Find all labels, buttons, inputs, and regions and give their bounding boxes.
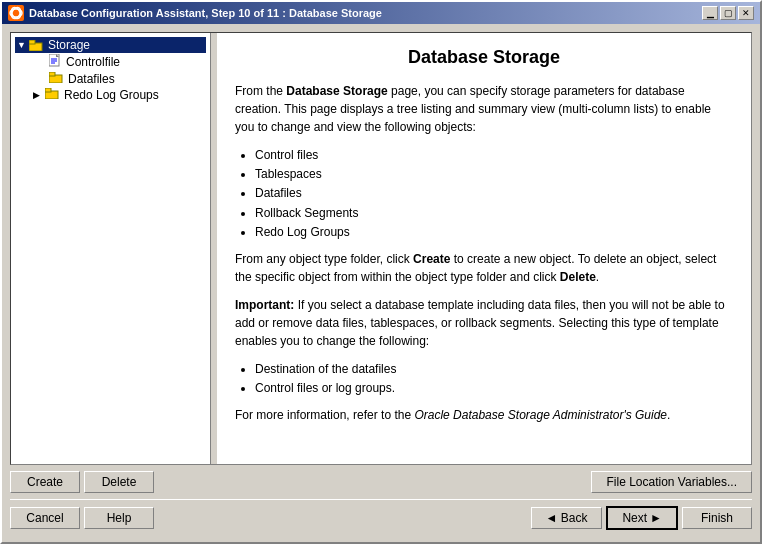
page-title: Database Storage [235, 47, 733, 68]
delete-bold: Delete [560, 270, 596, 284]
bullet-item-2: Destination of the datafiles [255, 360, 733, 379]
bottom-row-2: Cancel Help ◄ Back Next ► Finish [10, 506, 752, 530]
minimize-button[interactable]: ▁ [702, 6, 718, 20]
separator [10, 499, 752, 500]
next-button[interactable]: Next ► [606, 506, 678, 530]
finish-button[interactable]: Finish [682, 507, 752, 529]
left-button-group: Create Delete [10, 471, 154, 493]
content-panel: Database Storage From the Database Stora… [217, 33, 751, 464]
bullet-item-2: Control files or log groups. [255, 379, 733, 398]
svg-rect-4 [29, 40, 35, 44]
important-para: Important: If you select a database temp… [235, 296, 733, 350]
title-controls: ▁ ▢ ✕ [702, 6, 754, 20]
bullet-item: Datafiles [255, 184, 733, 203]
help-button[interactable]: Help [84, 507, 154, 529]
important-label: Important: [235, 298, 294, 312]
main-area: ▼ Storage [10, 32, 752, 465]
bullet-item: Redo Log Groups [255, 223, 733, 242]
tree-label-redo-log-groups: Redo Log Groups [64, 88, 159, 102]
intro-paragraph: From the Database Storage page, you can … [235, 82, 733, 136]
svg-point-2 [10, 6, 23, 20]
app-icon [8, 5, 24, 21]
bullet-item: Control files [255, 146, 733, 165]
back-button[interactable]: ◄ Back [531, 507, 603, 529]
create-bold: Create [413, 252, 450, 266]
tree-panel: ▼ Storage [11, 33, 211, 464]
tree-item-redo-log-groups[interactable]: ▶ Redo Log Groups [15, 87, 206, 103]
tree-item-storage[interactable]: ▼ Storage [15, 37, 206, 53]
delete-button[interactable]: Delete [84, 471, 154, 493]
back-arrow: ◄ [546, 511, 558, 525]
main-window: Database Configuration Assistant, Step 1… [0, 0, 762, 544]
window-content: ▼ Storage [2, 24, 760, 542]
window-title: Database Configuration Assistant, Step 1… [29, 7, 382, 19]
tree-item-datafiles[interactable]: Datafiles [15, 71, 206, 87]
footer-link: Oracle Database Storage Administrator's … [414, 408, 667, 422]
para2: From any object type folder, click Creat… [235, 250, 733, 286]
bullet-item: Tablespaces [255, 165, 733, 184]
expand-icon-storage: ▼ [17, 40, 27, 50]
tree-label-datafiles: Datafiles [68, 72, 115, 86]
title-bar: Database Configuration Assistant, Step 1… [2, 2, 760, 24]
next-arrow: ► [650, 511, 662, 525]
expand-icon-redo: ▶ [33, 90, 43, 100]
footer-paragraph: For more information, refer to the Oracl… [235, 406, 733, 424]
cancel-button[interactable]: Cancel [10, 507, 80, 529]
tree-label-controlfile: Controlfile [66, 55, 120, 69]
right-button-group-1: File Location Variables... [591, 471, 752, 493]
file-location-variables-button[interactable]: File Location Variables... [591, 471, 752, 493]
tree-label-storage: Storage [48, 38, 90, 52]
nav-button-group: ◄ Back Next ► Finish [531, 506, 753, 530]
important-text: If you select a database template includ… [235, 298, 725, 348]
svg-rect-13 [45, 88, 51, 92]
tree-item-controlfile[interactable]: Controlfile [15, 53, 206, 71]
svg-rect-11 [49, 72, 55, 76]
intro-bold: Database Storage [286, 84, 387, 98]
restore-button[interactable]: ▢ [720, 6, 736, 20]
bullet-list-2: Destination of the datafiles Control fil… [255, 360, 733, 398]
bullet-item: Rollback Segments [255, 204, 733, 223]
create-button[interactable]: Create [10, 471, 80, 493]
bottom-row-1: Create Delete File Location Variables... [10, 471, 752, 493]
cancel-help-group: Cancel Help [10, 507, 154, 529]
close-button[interactable]: ✕ [738, 6, 754, 20]
bullet-list-1: Control files Tablespaces Datafiles Roll… [255, 146, 733, 242]
